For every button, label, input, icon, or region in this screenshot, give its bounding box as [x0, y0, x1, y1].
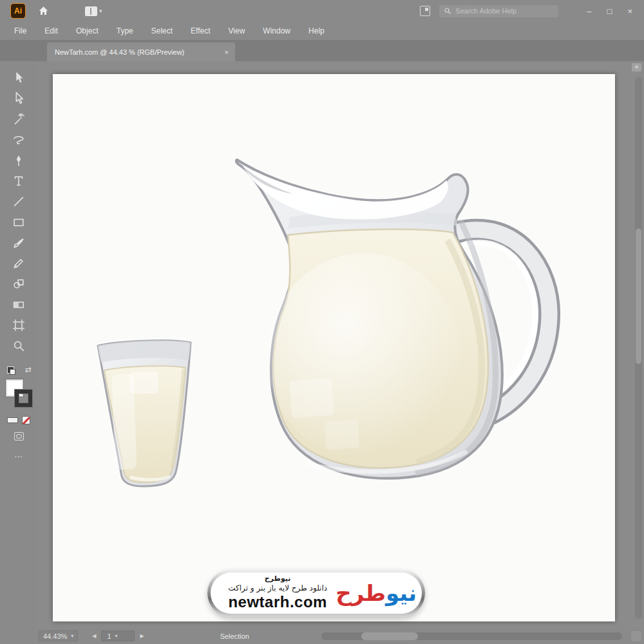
next-artboard-icon[interactable]: ▶ — [140, 633, 144, 639]
canvas-area[interactable]: نیوطرح دانلود طرح لایه باز بنر و تراکت n… — [37, 61, 644, 628]
chevron-down-icon: ▾ — [99, 8, 102, 14]
menu-file[interactable]: File — [5, 22, 35, 40]
watermark-logo-red: طرح — [336, 580, 386, 606]
menu-type[interactable]: Type — [108, 22, 142, 40]
titlebar: Ai ▾ Search Adobe Help – □ × — [0, 0, 644, 22]
document-tab-title: NewTarh.com @ 44.43 % (RGB/Preview) — [55, 48, 184, 56]
watermark-domain: newtarh.com — [228, 593, 327, 611]
watermark-tagline-fa: دانلود طرح لایه باز بنر و تراکت — [228, 584, 327, 593]
lasso-tool[interactable] — [10, 132, 27, 147]
shape-builder-tool[interactable] — [10, 276, 27, 292]
line-segment-tool[interactable] — [10, 194, 27, 209]
menu-help[interactable]: Help — [299, 22, 334, 40]
menu-select[interactable]: Select — [142, 22, 182, 40]
collapse-panels-icon[interactable]: « — [632, 63, 641, 71]
rectangle-tool[interactable] — [10, 214, 27, 230]
search-icon — [444, 7, 451, 15]
menu-view[interactable]: View — [220, 22, 254, 40]
minimize-button[interactable]: – — [587, 6, 591, 16]
chevron-down-icon: ▾ — [115, 633, 118, 639]
menubar: FileEditObjectTypeSelectEffectViewWindow… — [0, 22, 644, 40]
menu-edit[interactable]: Edit — [35, 22, 67, 40]
main-area: ⇄… — [0, 61, 644, 628]
direct-selection-tool[interactable] — [10, 91, 27, 106]
illustrator-app-icon[interactable]: Ai — [10, 3, 26, 19]
document-tab[interactable]: NewTarh.com @ 44.43 % (RGB/Preview) × — [47, 43, 235, 61]
artboard-number-value: 1 — [107, 632, 111, 640]
watermark-badge: نیوطرح دانلود طرح لایه باز بنر و تراکت n… — [207, 569, 425, 617]
watermark-brand-fa: نیوطرح — [265, 575, 291, 583]
artboard-tool[interactable] — [10, 317, 27, 333]
edit-toolbar-icon[interactable]: … — [14, 450, 23, 459]
fill-stroke-control — [4, 379, 33, 410]
home-icon[interactable] — [35, 3, 52, 19]
document-tab-bar: NewTarh.com @ 44.43 % (RGB/Preview) × — [0, 40, 644, 61]
milk-jug — [236, 160, 549, 478]
zoom-level-field[interactable]: 44.43% ▾ — [39, 630, 78, 641]
search-placeholder: Search Adobe Help — [455, 7, 516, 15]
current-tool-label: Selection — [220, 632, 249, 640]
artboard[interactable]: نیوطرح دانلود طرح لایه باز بنر و تراکت n… — [53, 74, 615, 621]
vertical-scrollbar[interactable] — [635, 77, 642, 619]
close-button[interactable]: × — [627, 6, 632, 16]
menu-object[interactable]: Object — [67, 22, 108, 40]
search-box[interactable]: Search Adobe Help — [439, 5, 558, 17]
magic-wand-tool[interactable] — [10, 111, 27, 127]
pencil-tool[interactable] — [10, 256, 27, 271]
watermark-logo-blue: نیو — [386, 580, 417, 606]
watermark-logo: نیوطرح — [336, 580, 422, 606]
swap-fill-stroke-icon[interactable]: ⇄ — [25, 365, 32, 374]
artboard-number-field[interactable]: 1 ▾ — [101, 630, 135, 641]
horizontal-scrollbar[interactable] — [321, 632, 622, 640]
menu-effect[interactable]: Effect — [182, 22, 219, 40]
horizontal-scrollbar-thumb[interactable] — [361, 632, 418, 640]
statusbar-corner — [631, 631, 641, 641]
document-layout-icon[interactable] — [420, 6, 430, 16]
previous-artboard-icon[interactable]: ◀ — [92, 633, 96, 639]
stroke-swatch[interactable] — [15, 390, 32, 407]
vertical-scrollbar-thumb[interactable] — [636, 229, 641, 364]
statusbar: 44.43% ▾ ◀ 1 ▾ ▶ Selection — [0, 628, 644, 644]
milk-glass — [98, 341, 191, 486]
type-tool[interactable] — [10, 173, 27, 189]
maximize-button[interactable]: □ — [607, 6, 612, 16]
menu-window[interactable]: Window — [254, 22, 299, 40]
pen-tool[interactable] — [10, 153, 27, 168]
milk-jug-illustration — [53, 74, 615, 621]
chevron-down-icon: ▾ — [71, 633, 73, 639]
draw-mode-icon[interactable] — [14, 432, 24, 440]
artboard-navigation: ◀ 1 ▾ ▶ — [92, 630, 144, 641]
default-fill-stroke-icon[interactable] — [7, 366, 14, 374]
arrange-documents-icon — [85, 6, 97, 16]
paintbrush-tool[interactable] — [10, 235, 27, 251]
zoom-tool[interactable] — [10, 338, 27, 354]
tools-panel: ⇄… — [0, 61, 37, 628]
selection-tool[interactable] — [10, 70, 27, 86]
gradient-tool[interactable] — [10, 297, 27, 312]
tab-close-icon[interactable]: × — [225, 48, 229, 56]
color-mode-button[interactable] — [7, 417, 18, 423]
arrange-documents-button[interactable]: ▾ — [85, 6, 102, 16]
none-mode-button[interactable] — [22, 416, 30, 424]
zoom-level-value: 44.43% — [43, 632, 67, 640]
